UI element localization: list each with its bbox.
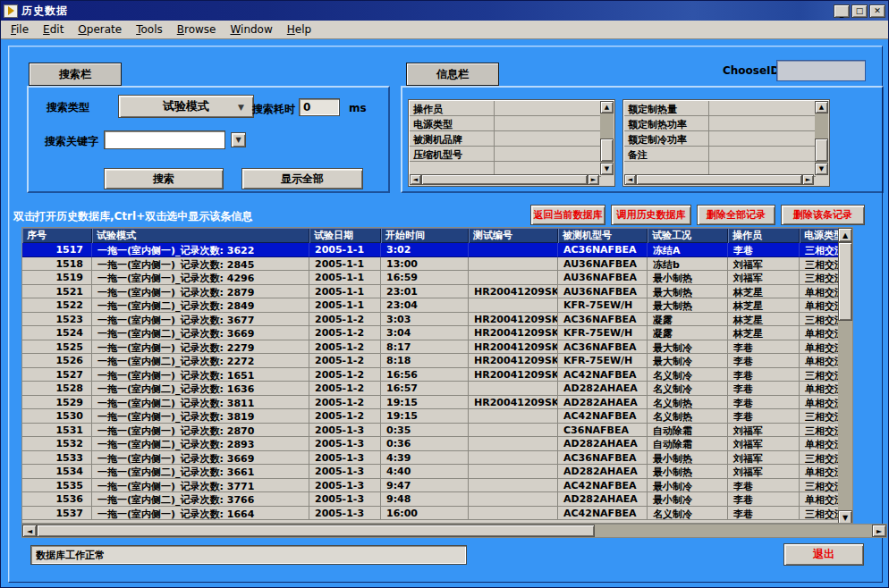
info-table-left-rows: 操作员电源类型被测机品牌压缩机型号 (410, 101, 601, 177)
table-cell: 16:56 (381, 368, 469, 382)
scroll-thumb[interactable] (636, 174, 802, 185)
info-left-hscrollbar[interactable]: ◄ ► (410, 174, 599, 185)
scroll-right-icon[interactable]: ► (872, 525, 886, 537)
table-cell (469, 243, 558, 257)
table-cell: 一拖一(室内侧一)_记录次数: 2845 (92, 257, 309, 272)
table-row[interactable]: 1535一拖一(室内侧一)_记录次数: 37712005-1-39:47AC42… (22, 479, 852, 493)
search-type-dropdown[interactable]: 试验模式 ▼ (118, 95, 254, 118)
table-cell: AC36NAFBEA (558, 451, 648, 466)
keyword-dropdown-button[interactable]: ▼ (231, 132, 246, 147)
scroll-thumb[interactable] (421, 174, 588, 185)
scroll-right-icon[interactable]: ► (802, 174, 814, 185)
table-row[interactable]: 1527一拖一(室内侧一)_记录次数: 16512005-1-216:56HR2… (22, 368, 852, 382)
table-cell: 2005-1-3 (309, 451, 381, 466)
table-row[interactable]: 1537一拖一(室内侧一)_记录次数: 16642005-1-316:00AC4… (22, 507, 852, 521)
table-cell: 三相交流 (800, 257, 840, 272)
table-cell: 三相交流 (800, 271, 840, 285)
scroll-left-icon[interactable]: ◄ (410, 174, 421, 185)
table-row[interactable]: 1526一拖一(室内侧二)_记录次数: 22722005-1-28:18HR20… (22, 354, 852, 368)
info-right-hscrollbar[interactable]: ◄ ► (624, 174, 814, 185)
table-row[interactable]: 1523一拖一(室内侧一)_记录次数: 36772005-1-23:03HR20… (22, 313, 852, 327)
scroll-right-icon[interactable]: ► (588, 174, 599, 185)
table-row[interactable]: 1522一拖一(室内侧二)_记录次数: 28492005-1-123:04KFR… (22, 298, 852, 313)
scroll-down-icon[interactable]: ▼ (815, 163, 828, 175)
table-cell: 19:15 (381, 396, 469, 410)
column-header: 操作员 (728, 228, 800, 243)
scroll-thumb[interactable] (815, 139, 828, 162)
scroll-left-icon[interactable]: ◄ (22, 525, 37, 537)
scroll-up-icon[interactable]: ▲ (838, 228, 852, 242)
table-row[interactable]: 1536一拖一(室内侧二)_记录次数: 37662005-1-39:48AD28… (22, 492, 852, 507)
menu-item-browse[interactable]: Browse (170, 21, 224, 38)
table-cell: 三相交流 (800, 243, 840, 257)
menu-item-tools[interactable]: Tools (129, 21, 170, 38)
action-button-4[interactable]: 删除该条记录 (781, 205, 865, 225)
table-row[interactable]: 1518一拖一(室内侧一)_记录次数: 28452005-1-113:00AU3… (22, 257, 852, 272)
menu-item-file[interactable]: File (4, 21, 36, 38)
info-left-vscrollbar[interactable]: ▲ ▼ (600, 101, 614, 175)
table-row[interactable]: 1521一拖一(室内侧一)_记录次数: 28792005-1-123:01HR2… (22, 285, 852, 299)
keyword-label: 搜索关键字 (45, 134, 98, 149)
table-row[interactable]: 1534一拖一(室内侧二)_记录次数: 36612005-1-34:40AD28… (22, 465, 852, 479)
menu-item-operate[interactable]: Operate (71, 21, 129, 38)
menu-item-edit[interactable]: Edit (36, 21, 71, 38)
column-header: 被测机型号 (558, 228, 648, 243)
info-field-label: 备注 (624, 147, 709, 161)
table-cell: 最大制热 (648, 285, 728, 299)
scroll-thumb[interactable] (37, 525, 595, 537)
action-button-3[interactable]: 删除全部记录 (697, 205, 775, 225)
table-row[interactable]: 1528一拖一(室内侧二)_记录次数: 16362005-1-216:57AD2… (22, 382, 852, 396)
table-hscrollbar[interactable]: ◄ ► (21, 524, 887, 538)
action-bar: 返回当前数据库调用历史数据库删除全部记录删除该条记录 (530, 205, 865, 225)
keyword-input[interactable] (104, 130, 225, 149)
close-button[interactable]: ✕ (869, 4, 885, 18)
table-row[interactable]: 1525一拖一(室内侧一)_记录次数: 22792005-1-28:17HR20… (22, 340, 852, 355)
table-row[interactable]: 1517一拖一(室内侧一)_记录次数: 36222005-1-13:02AC36… (22, 243, 852, 257)
table-row[interactable]: 1529一拖一(室内侧二)_记录次数: 38112005-1-219:15HR2… (22, 396, 852, 410)
table-cell: AC36NAFBEA (558, 340, 648, 355)
table-cell: AC42NAFBEA (558, 507, 648, 521)
menu-item-window[interactable]: Window (223, 21, 279, 38)
table-cell: 三相交流 (800, 409, 840, 424)
scroll-down-icon[interactable]: ▼ (600, 163, 614, 175)
table-cell: KFR-75EW/H (558, 354, 648, 368)
table-cell: 李巷 (728, 354, 800, 368)
info-field-label: 被测机品牌 (410, 131, 495, 146)
show-all-button[interactable]: 显示全部 (241, 168, 363, 189)
choose-id-input[interactable] (776, 60, 866, 81)
table-cell: 一拖一(室内侧二)_记录次数: 2849 (92, 298, 309, 313)
table-vscrollbar[interactable]: ▲ ▼ (838, 228, 852, 524)
action-button-1[interactable]: 返回当前数据库 (530, 205, 605, 225)
status-message-field[interactable] (30, 545, 467, 565)
table-row[interactable]: 1530一拖一(室内侧一)_记录次数: 38192005-1-219:15AC4… (22, 409, 852, 424)
scroll-down-icon[interactable]: ▼ (838, 510, 852, 524)
exit-button[interactable]: 退出 (783, 543, 864, 566)
table-cell: AU36NAFBEA (558, 285, 648, 299)
table-cell: AC42NAFBEA (558, 479, 648, 493)
maximize-button[interactable]: □ (851, 4, 868, 18)
scroll-up-icon[interactable]: ▲ (600, 101, 614, 113)
scroll-left-icon[interactable]: ◄ (624, 174, 636, 185)
table-cell: 李巷 (728, 243, 800, 257)
menu-item-help[interactable]: Help (280, 21, 318, 38)
table-cell (469, 451, 558, 466)
scroll-thumb[interactable] (600, 139, 614, 162)
scroll-up-icon[interactable]: ▲ (815, 101, 828, 113)
table-row[interactable]: 1531一拖一(室内侧一)_记录次数: 28702005-1-30:35C36N… (22, 424, 852, 438)
table-cell: 1528 (22, 382, 92, 396)
column-header: 序号 (22, 228, 92, 243)
table-row[interactable]: 1524一拖一(室内侧二)_记录次数: 36692005-1-23:04HR20… (22, 326, 852, 340)
chevron-down-icon: ▼ (235, 136, 241, 144)
minimize-button[interactable]: _ (834, 4, 850, 18)
table-row[interactable]: 1519一拖一(室内侧一)_记录次数: 42962005-1-116:59AU3… (22, 271, 852, 285)
action-button-2[interactable]: 调用历史数据库 (611, 205, 691, 225)
info-row: 操作员 (410, 101, 601, 116)
table-row[interactable]: 1532一拖一(室内侧二)_记录次数: 28932005-1-30:36AD28… (22, 437, 852, 451)
info-right-vscrollbar[interactable]: ▲ ▼ (815, 101, 828, 175)
scroll-thumb[interactable] (838, 242, 852, 321)
search-button[interactable]: 搜索 (104, 168, 224, 189)
scroll-track[interactable] (595, 525, 872, 537)
elapsed-value-field[interactable] (299, 98, 340, 116)
table-cell: 一拖一(室内侧一)_记录次数: 1651 (92, 368, 309, 382)
table-row[interactable]: 1533一拖一(室内侧一)_记录次数: 36692005-1-34:39AC36… (22, 451, 852, 466)
